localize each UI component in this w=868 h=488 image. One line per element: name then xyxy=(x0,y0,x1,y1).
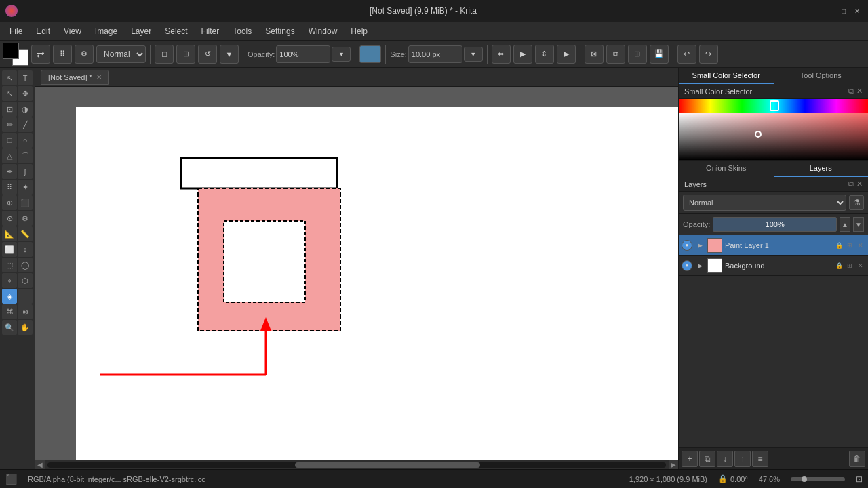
menu-item-settings[interactable]: Settings xyxy=(258,24,301,39)
path-tool[interactable]: ✒ xyxy=(2,164,17,179)
color-panel-close-button[interactable]: ✕ xyxy=(856,87,863,96)
opacity-input[interactable]: 100% xyxy=(276,45,330,63)
zoom-slider-thumb[interactable] xyxy=(802,476,807,482)
hue-strip[interactable] xyxy=(679,99,868,113)
similar-color-selection-tool[interactable]: ⋯ xyxy=(18,289,33,304)
layer-filter-action2[interactable]: ✕ xyxy=(856,261,865,270)
layer-alpha-lock-action2[interactable]: ⊞ xyxy=(845,261,854,270)
layer-alpha-lock-action[interactable]: ⊞ xyxy=(845,241,854,250)
reset-arrow-button[interactable]: ▼ xyxy=(220,45,239,64)
polyline-tool[interactable]: ⌒ xyxy=(18,148,33,163)
opacity-slider[interactable]: 100% xyxy=(713,217,837,232)
layer-visibility-toggle[interactable]: ● xyxy=(682,260,692,271)
layers-filter-button[interactable]: ⚗ xyxy=(849,195,864,210)
redo-button[interactable]: ↪ xyxy=(699,45,718,64)
layer-options-button[interactable]: ≡ xyxy=(752,451,768,467)
eyedropper-tool[interactable]: ⊙ xyxy=(2,211,17,226)
assistant-tool[interactable]: 📐 xyxy=(2,226,17,241)
blend-mode-select[interactable]: Normal xyxy=(96,45,146,63)
menu-item-tools[interactable]: Tools xyxy=(226,24,258,39)
layer-item[interactable]: ● ▶ Background 🔒 ⊞ ✕ xyxy=(679,256,868,276)
alpha-lock-button[interactable]: ⊞ xyxy=(176,45,195,64)
layer-item[interactable]: ● ▶ Paint Layer 1 🔒 ⊞ ✕ xyxy=(679,235,868,256)
canvas-tab-close-button[interactable]: ✕ xyxy=(96,73,102,81)
multi-brush-tool[interactable]: ⠿ xyxy=(2,180,17,195)
transform-mask-tool[interactable]: ↕ xyxy=(18,242,33,257)
contiguous-selection-tool[interactable]: ◈ xyxy=(2,289,17,304)
assistant-button[interactable]: ⊞ xyxy=(628,45,647,64)
mirror-v-arrow-button[interactable]: ▶ xyxy=(557,45,576,64)
ellipse-tool[interactable]: ○ xyxy=(18,133,33,148)
maximize-button[interactable]: □ xyxy=(838,5,849,16)
select-tool[interactable]: ↖ xyxy=(2,70,17,85)
crop-tool[interactable]: ⊡ xyxy=(2,102,17,117)
color-panel-float-button[interactable]: ⧉ xyxy=(848,87,854,96)
mirror-v-button[interactable]: ⇕ xyxy=(535,45,554,64)
menu-item-view[interactable]: View xyxy=(57,24,88,39)
tab-small-color-selector[interactable]: Small Color Selector xyxy=(679,68,774,84)
zoom-fit-button[interactable]: ⊡ xyxy=(856,474,863,484)
layer-lock-action[interactable]: 🔒 xyxy=(834,241,844,250)
horizontal-scrollbar[interactable]: ◀ ▶ xyxy=(35,460,678,469)
close-button[interactable]: ✕ xyxy=(852,5,863,16)
color-gradient[interactable] xyxy=(679,113,868,160)
tab-onion-skins[interactable]: Onion Skins xyxy=(679,161,774,177)
reset-button[interactable]: ↺ xyxy=(198,45,217,64)
copy-layer-button[interactable]: ⧉ xyxy=(699,451,715,467)
scroll-right-button[interactable]: ▶ xyxy=(669,460,678,470)
opacity-arrow-up[interactable]: ▲ xyxy=(840,217,850,232)
menu-item-edit[interactable]: Edit xyxy=(29,24,57,39)
zoom-tool[interactable]: 🔍 xyxy=(2,320,17,335)
size-input[interactable]: 10.00 px xyxy=(408,45,462,63)
move-layer-up-button[interactable]: ↑ xyxy=(734,451,751,467)
bezier-selection-tool[interactable]: ⌘ xyxy=(2,304,17,319)
brush-settings-button[interactable]: ⚙ xyxy=(75,45,94,64)
calligraphy-tool[interactable]: ∫ xyxy=(18,164,33,179)
transform-tool[interactable]: ⤡ xyxy=(2,86,17,101)
save-incremental-button[interactable]: 💾 xyxy=(650,45,669,64)
delete-layer-button[interactable]: 🗑 xyxy=(849,451,865,467)
brush-presets-button[interactable]: ⠿ xyxy=(53,45,72,64)
magnetic-selection-tool[interactable]: ⊗ xyxy=(18,304,33,319)
layers-blend-mode-select[interactable]: Normal xyxy=(683,195,846,211)
polygon-tool[interactable]: △ xyxy=(2,148,17,163)
undo-button[interactable]: ↩ xyxy=(677,45,696,64)
move-layer-down-button[interactable]: ↓ xyxy=(717,451,733,467)
paint-bucket-tool[interactable]: ⬛ xyxy=(18,195,33,210)
zoom-slider[interactable] xyxy=(791,477,845,481)
minimize-button[interactable]: — xyxy=(825,5,835,16)
mirror-h-button[interactable]: ⇔ xyxy=(492,45,511,64)
opacity-arrow-down[interactable]: ▼ xyxy=(332,47,351,62)
smart-brush-tool[interactable]: ✦ xyxy=(18,180,33,195)
layer-filter-action[interactable]: ✕ xyxy=(856,241,865,250)
freehand-selection-tool[interactable]: ⌖ xyxy=(2,273,17,288)
eraser-button[interactable]: ◻ xyxy=(155,45,174,64)
polygon-selection-tool[interactable]: ⬡ xyxy=(18,273,33,288)
scrollbar-track[interactable] xyxy=(47,462,666,468)
clone-stamp-tool[interactable]: ⊕ xyxy=(2,195,17,210)
size-arrow-down[interactable]: ▼ xyxy=(464,47,483,62)
menu-item-help[interactable]: Help xyxy=(344,24,374,39)
menu-item-file[interactable]: File xyxy=(3,24,29,39)
scroll-left-button[interactable]: ◀ xyxy=(35,460,45,470)
menu-item-image[interactable]: Image xyxy=(88,24,124,39)
rectangular-selection-tool[interactable]: ⬚ xyxy=(2,258,17,272)
reference-images-tool[interactable]: ⬜ xyxy=(2,242,17,257)
layer-lock-action2[interactable]: 🔒 xyxy=(834,261,844,270)
text-tool[interactable]: T xyxy=(18,70,33,85)
canvas-area[interactable] xyxy=(35,87,678,460)
tab-tool-options[interactable]: Tool Options xyxy=(774,68,869,84)
layer-visibility-toggle[interactable]: ● xyxy=(682,240,692,251)
swap-colors-button[interactable]: ⇄ xyxy=(31,45,50,64)
smart-patch-tool[interactable]: ⚙ xyxy=(18,211,33,226)
menu-item-window[interactable]: Window xyxy=(302,24,344,39)
menu-item-layer[interactable]: Layer xyxy=(124,24,158,39)
menu-item-filter[interactable]: Filter xyxy=(195,24,226,39)
gradient-fill-tool[interactable]: ◑ xyxy=(18,102,33,117)
add-layer-button[interactable]: + xyxy=(682,451,698,467)
tab-layers[interactable]: Layers xyxy=(774,161,869,177)
rectangle-tool[interactable]: □ xyxy=(2,133,17,148)
layers-panel-float-button[interactable]: ⧉ xyxy=(848,180,854,188)
opacity-arrow-down[interactable]: ▼ xyxy=(853,217,864,232)
measure-tool[interactable]: 📏 xyxy=(18,226,33,241)
